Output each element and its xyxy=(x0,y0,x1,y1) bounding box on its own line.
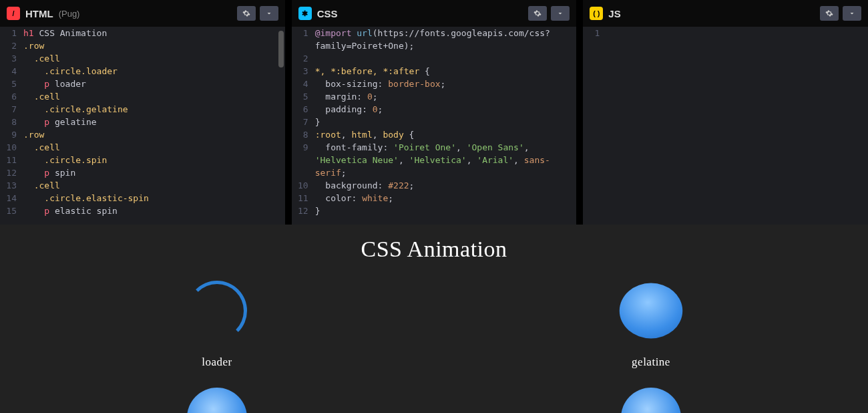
code-text[interactable]: } xyxy=(315,204,577,217)
gelatine-circle xyxy=(620,283,683,339)
html-expand-button[interactable] xyxy=(260,6,278,21)
js-pane-title[interactable]: ( ) JS xyxy=(590,7,620,20)
code-line[interactable]: family=Poiret+One); xyxy=(292,39,577,52)
line-number: 3 xyxy=(0,52,23,65)
code-line[interactable]: 4 .circle.loader xyxy=(0,65,285,78)
code-text[interactable]: 'Helvetica Neue', 'Helvetica', 'Arial', … xyxy=(315,154,577,166)
code-text[interactable]: .circle.gelatine xyxy=(23,103,285,116)
line-number: 10 xyxy=(292,179,315,192)
spin-circle xyxy=(187,388,247,413)
line-number: 15 xyxy=(0,204,23,217)
code-line[interactable]: 7 .circle.gelatine xyxy=(0,103,285,116)
code-text[interactable]: family=Poiret+One); xyxy=(315,39,577,52)
code-line[interactable]: 10 .cell xyxy=(0,141,285,154)
js-settings-button[interactable] xyxy=(820,6,839,21)
code-line[interactable]: 2 xyxy=(292,52,577,65)
js-code-area[interactable]: 1 xyxy=(583,27,868,225)
code-text[interactable]: .row xyxy=(23,39,285,52)
code-text[interactable]: .row xyxy=(23,128,285,141)
code-line[interactable]: 14 .circle.elastic-spin xyxy=(0,192,285,204)
css-settings-button[interactable] xyxy=(528,6,547,21)
preview-row: loader gelatine xyxy=(0,281,868,369)
code-line[interactable]: 1 xyxy=(583,27,868,39)
code-text[interactable]: .circle.loader xyxy=(23,65,285,78)
line-number: 1 xyxy=(583,27,606,39)
line-number: 8 xyxy=(0,116,23,128)
code-text[interactable]: .cell xyxy=(23,179,285,192)
code-line[interactable]: 7} xyxy=(292,116,577,128)
code-text[interactable]: background: #222; xyxy=(315,179,577,192)
html-scrollbar[interactable] xyxy=(278,31,284,67)
code-line[interactable]: 15 p elastic spin xyxy=(0,204,285,217)
code-line[interactable]: 4 box-sizing: border-box; xyxy=(292,78,577,90)
code-text[interactable]: .cell xyxy=(23,52,285,65)
code-line[interactable]: 6 .cell xyxy=(0,90,285,103)
code-line[interactable]: 10 background: #222; xyxy=(292,179,577,192)
editor-panes: / HTML (Pug) 1h1 CSS Animation2.row3 .ce… xyxy=(0,0,868,225)
code-line[interactable]: 9.row xyxy=(0,128,285,141)
code-text[interactable]: font-family: 'Poiret One', 'Open Sans', xyxy=(315,141,577,154)
preview-grid: loader gelatine xyxy=(0,262,868,413)
code-line[interactable]: 9 font-family: 'Poiret One', 'Open Sans'… xyxy=(292,141,577,154)
code-text[interactable]: box-sizing: border-box; xyxy=(315,78,577,90)
css-pane-title[interactable]: ✱ CSS xyxy=(298,7,338,20)
code-line[interactable]: 5 p loader xyxy=(0,78,285,90)
code-line[interactable]: 8 p gelatine xyxy=(0,116,285,128)
js-expand-button[interactable] xyxy=(843,6,861,21)
css-icon: ✱ xyxy=(298,7,312,20)
code-text[interactable]: p loader xyxy=(23,78,285,90)
code-line[interactable]: 12 p spin xyxy=(0,166,285,179)
code-text[interactable]: :root, html, body { xyxy=(315,128,577,141)
code-text[interactable]: serif; xyxy=(315,166,577,179)
code-line[interactable]: 11 .circle.spin xyxy=(0,154,285,166)
js-icon: ( ) xyxy=(590,7,603,20)
code-line[interactable]: 1@import url(https://fonts.googleapis.co… xyxy=(292,27,577,39)
code-line[interactable]: 13 .cell xyxy=(0,179,285,192)
line-number: 9 xyxy=(292,141,315,154)
code-text[interactable]: .circle.elastic-spin xyxy=(23,192,285,204)
code-text[interactable]: } xyxy=(315,116,577,128)
code-text[interactable]: .circle.spin xyxy=(23,154,285,166)
line-number: 4 xyxy=(0,65,23,78)
code-text[interactable]: p elastic spin xyxy=(23,204,285,217)
code-text[interactable]: @import url(https://fonts.googleapis.com… xyxy=(315,27,577,39)
code-line[interactable]: 8:root, html, body { xyxy=(292,128,577,141)
code-text[interactable]: h1 CSS Animation xyxy=(23,27,285,39)
code-text[interactable]: color: white; xyxy=(315,192,577,204)
line-number: 10 xyxy=(0,141,23,154)
code-text[interactable]: margin: 0; xyxy=(315,90,577,103)
line-number: 7 xyxy=(292,116,315,128)
css-expand-button[interactable] xyxy=(551,6,570,21)
line-number: 11 xyxy=(0,154,23,166)
code-text[interactable]: p spin xyxy=(23,166,285,179)
gelatine-label: gelatine xyxy=(632,356,670,369)
html-code-area[interactable]: 1h1 CSS Animation2.row3 .cell4 .circle.l… xyxy=(0,27,285,225)
css-pane-header: ✱ CSS xyxy=(292,0,577,27)
code-line[interactable]: 12} xyxy=(292,204,577,217)
code-line[interactable]: 2.row xyxy=(0,39,285,52)
html-pane-title[interactable]: / HTML (Pug) xyxy=(7,7,79,20)
css-code-area[interactable]: 1@import url(https://fonts.googleapis.co… xyxy=(292,27,577,225)
code-text[interactable]: .cell xyxy=(23,90,285,103)
line-number: 6 xyxy=(0,90,23,103)
line-number: 7 xyxy=(0,103,23,116)
code-line[interactable]: 3*, *:before, *:after { xyxy=(292,65,577,78)
code-line[interactable]: 6 padding: 0; xyxy=(292,103,577,116)
code-line[interactable]: 'Helvetica Neue', 'Helvetica', 'Arial', … xyxy=(292,154,577,166)
preview-cell-elastic-spin xyxy=(551,388,751,413)
code-text[interactable]: *, *:before, *:after { xyxy=(315,65,577,78)
code-text[interactable]: p gelatine xyxy=(23,116,285,128)
code-line[interactable]: serif; xyxy=(292,166,577,179)
code-line[interactable]: 3 .cell xyxy=(0,52,285,65)
code-text[interactable] xyxy=(606,27,868,39)
code-line[interactable]: 11 color: white; xyxy=(292,192,577,204)
code-text[interactable] xyxy=(315,52,577,65)
html-settings-button[interactable] xyxy=(237,6,256,21)
code-text[interactable]: .cell xyxy=(23,141,285,154)
line-number xyxy=(292,166,315,179)
line-number: 14 xyxy=(0,192,23,204)
code-line[interactable]: 5 margin: 0; xyxy=(292,90,577,103)
code-text[interactable]: padding: 0; xyxy=(315,103,577,116)
line-number: 9 xyxy=(0,128,23,141)
code-line[interactable]: 1h1 CSS Animation xyxy=(0,27,285,39)
